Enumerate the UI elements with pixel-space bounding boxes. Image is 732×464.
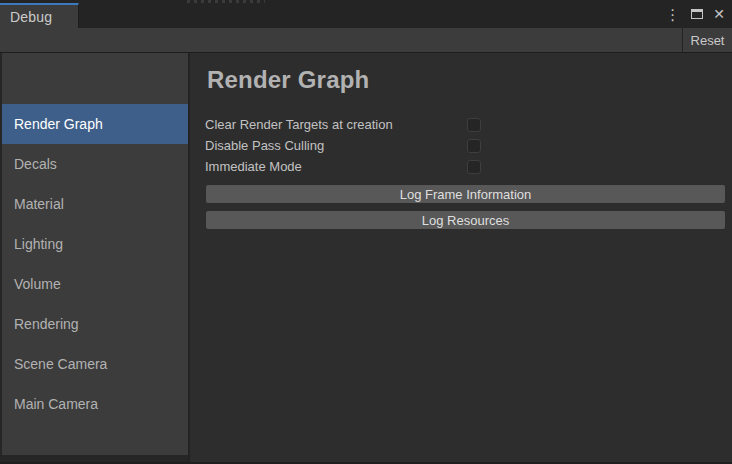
toggle-label: Immediate Mode xyxy=(205,159,467,174)
close-icon[interactable]: ✕ xyxy=(712,7,726,21)
tab-debug-label: Debug xyxy=(10,9,52,25)
immediate-mode-checkbox[interactable] xyxy=(467,160,481,174)
rendering-debugger-window: Debug ⋮ ✕ Reset Render Graph Decals Mate… xyxy=(0,0,732,464)
reset-button[interactable]: Reset xyxy=(682,28,732,52)
sidebar-item-render-graph[interactable]: Render Graph xyxy=(2,104,188,144)
main-panel: Render Graph Clear Render Targets at cre… xyxy=(190,53,732,464)
toggle-row-immediate-mode: Immediate Mode xyxy=(205,156,732,177)
page-title: Render Graph xyxy=(207,66,732,94)
action-buttons: Log Frame Information Log Resources xyxy=(205,184,726,230)
tab-strip: Debug ⋮ ✕ xyxy=(0,0,732,28)
toolbar: Reset xyxy=(0,28,732,53)
maximize-icon[interactable] xyxy=(691,9,703,19)
sidebar-item-decals[interactable]: Decals xyxy=(2,144,188,184)
toggle-list: Clear Render Targets at creation Disable… xyxy=(205,114,732,177)
disable-pass-culling-checkbox[interactable] xyxy=(467,139,481,153)
window-controls: ⋮ ✕ xyxy=(663,0,726,28)
sidebar-item-scene-camera[interactable]: Scene Camera xyxy=(2,344,188,384)
log-frame-information-button[interactable]: Log Frame Information xyxy=(205,184,726,204)
sidebar-item-rendering[interactable]: Rendering xyxy=(2,304,188,344)
sidebar-item-volume[interactable]: Volume xyxy=(2,264,188,304)
sidebar: Render Graph Decals Material Lighting Vo… xyxy=(2,53,188,455)
content-area: Render Graph Decals Material Lighting Vo… xyxy=(0,53,732,464)
toggle-label: Clear Render Targets at creation xyxy=(205,117,467,132)
log-resources-button[interactable]: Log Resources xyxy=(205,210,726,230)
toggle-row-disable-pass-culling: Disable Pass Culling xyxy=(205,135,732,156)
toggle-row-clear-render-targets: Clear Render Targets at creation xyxy=(205,114,732,135)
occluded-window-text-artifact xyxy=(187,0,265,3)
toggle-label: Disable Pass Culling xyxy=(205,138,467,153)
sidebar-item-material[interactable]: Material xyxy=(2,184,188,224)
kebab-menu-icon[interactable]: ⋮ xyxy=(663,7,682,22)
tab-debug[interactable]: Debug xyxy=(0,3,79,28)
sidebar-item-main-camera[interactable]: Main Camera xyxy=(2,384,188,424)
sidebar-item-lighting[interactable]: Lighting xyxy=(2,224,188,264)
clear-render-targets-checkbox[interactable] xyxy=(467,118,481,132)
